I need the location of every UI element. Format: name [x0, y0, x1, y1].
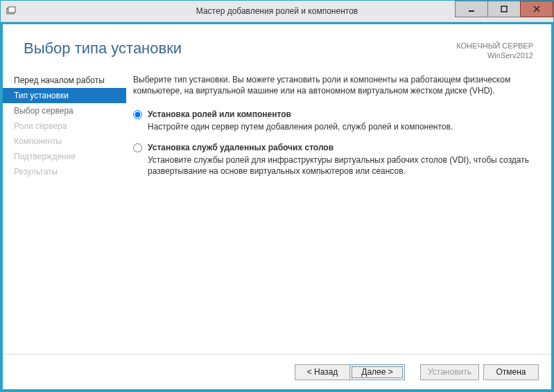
intro-text: Выберите тип установки. Вы можете устано… — [133, 74, 532, 96]
back-button[interactable]: < Назад — [295, 364, 350, 380]
option-rds-title: Установка служб удаленных рабочих столов — [148, 142, 532, 153]
step-confirmation: Подтверждение — [3, 149, 126, 164]
wizard-window: Мастер добавления ролей и компонентов Вы… — [0, 0, 554, 392]
option-role-based-title: Установка ролей или компонентов — [148, 109, 532, 120]
nav-button-group: < Назад Далее > — [295, 364, 405, 380]
app-icon — [6, 6, 17, 17]
titlebar: Мастер добавления ролей и компонентов — [1, 1, 553, 22]
step-installation-type[interactable]: Тип установки — [3, 88, 126, 103]
wizard-header: Выбор типа установки КОНЕЧНЫЙ СЕРВЕР Win… — [3, 24, 551, 64]
step-server-roles: Роли сервера — [3, 118, 126, 134]
step-features: Компоненты — [3, 134, 126, 149]
wizard-steps: Перед началом работы Тип установки Выбор… — [3, 69, 126, 354]
option-role-based[interactable]: Установка ролей или компонентов Настройт… — [133, 109, 532, 132]
install-button: Установить — [420, 364, 479, 380]
destination-label: КОНЕЧНЫЙ СЕРВЕР — [456, 41, 533, 51]
option-rds-radio[interactable] — [133, 143, 142, 152]
option-role-based-desc: Настройте один сервер путем добавления р… — [148, 121, 532, 132]
wizard-footer: < Назад Далее > Установить Отмена — [3, 354, 551, 389]
page-title: Выбор типа установки — [24, 39, 456, 57]
next-button[interactable]: Далее > — [349, 364, 405, 380]
destination-server: КОНЕЧНЫЙ СЕРВЕР WinServ2012 — [456, 41, 533, 60]
option-rds-desc: Установите службы ролей для инфраструкту… — [148, 154, 532, 177]
window-controls — [456, 1, 553, 21]
wizard-frame: Выбор типа установки КОНЕЧНЫЙ СЕРВЕР Win… — [1, 22, 553, 391]
minimize-button[interactable] — [455, 1, 488, 17]
destination-value: WinServ2012 — [456, 51, 533, 60]
svg-rect-3 — [501, 6, 507, 12]
close-button[interactable] — [520, 1, 553, 17]
wizard-body: Перед началом работы Тип установки Выбор… — [3, 64, 551, 354]
step-results: Результаты — [3, 164, 126, 179]
cancel-button[interactable]: Отмена — [483, 364, 539, 380]
option-rds[interactable]: Установка служб удаленных рабочих столов… — [133, 142, 532, 177]
svg-rect-1 — [8, 7, 15, 12]
option-role-based-radio[interactable] — [133, 110, 142, 119]
step-before-you-begin[interactable]: Перед началом работы — [3, 73, 126, 88]
maximize-button[interactable] — [487, 1, 521, 17]
wizard-content: Выберите тип установки. Вы можете устано… — [126, 69, 551, 354]
step-server-selection[interactable]: Выбор сервера — [3, 103, 126, 118]
